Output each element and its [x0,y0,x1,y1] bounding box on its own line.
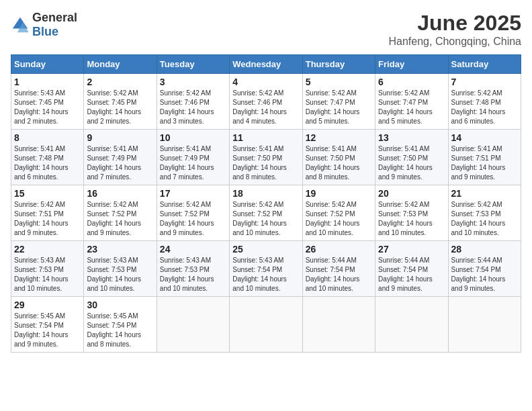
day-info: Sunrise: 5:41 AM Sunset: 7:50 PM Dayligh… [232,144,299,182]
day-number: 15 [14,188,81,199]
day-info: Sunrise: 5:42 AM Sunset: 7:52 PM Dayligh… [232,200,299,238]
title-area: June 2025 Hanfeng, Chongqing, China [389,11,521,48]
calendar-cell: 20 Sunrise: 5:42 AM Sunset: 7:53 PM Dayl… [375,185,448,241]
logo-blue: Blue [32,25,58,38]
calendar-cell: 25 Sunrise: 5:43 AM Sunset: 7:54 PM Dayl… [230,241,302,297]
day-number: 29 [14,300,81,310]
day-info: Sunrise: 5:43 AM Sunset: 7:54 PM Dayligh… [232,256,299,293]
day-info: Sunrise: 5:42 AM Sunset: 7:52 PM Dayligh… [160,200,226,238]
day-info: Sunrise: 5:41 AM Sunset: 7:49 PM Dayligh… [87,144,153,182]
calendar-cell: 23 Sunrise: 5:43 AM Sunset: 7:53 PM Dayl… [84,241,157,297]
day-number: 9 [87,132,153,143]
calendar-cell: 16 Sunrise: 5:42 AM Sunset: 7:52 PM Dayl… [84,185,157,241]
day-info: Sunrise: 5:41 AM Sunset: 7:51 PM Dayligh… [451,144,518,182]
calendar-cell: 2 Sunrise: 5:42 AM Sunset: 7:45 PM Dayli… [84,74,157,130]
day-number: 3 [160,77,226,87]
calendar-cell: 15 Sunrise: 5:42 AM Sunset: 7:51 PM Dayl… [11,185,84,241]
weekday-header-sunday: Sunday [11,55,84,74]
day-info: Sunrise: 5:42 AM Sunset: 7:46 PM Dayligh… [232,89,299,126]
day-info: Sunrise: 5:41 AM Sunset: 7:49 PM Dayligh… [160,144,226,182]
day-info: Sunrise: 5:42 AM Sunset: 7:47 PM Dayligh… [306,89,372,126]
calendar-cell: 26 Sunrise: 5:44 AM Sunset: 7:54 PM Dayl… [302,241,375,297]
logo: General Blue [11,11,77,39]
calendar-cell [157,297,229,353]
day-info: Sunrise: 5:41 AM Sunset: 7:48 PM Dayligh… [14,144,81,182]
day-number: 10 [160,132,226,143]
day-info: Sunrise: 5:43 AM Sunset: 7:53 PM Dayligh… [87,256,153,293]
day-number: 30 [87,300,153,310]
calendar-row-3: 15 Sunrise: 5:42 AM Sunset: 7:51 PM Dayl… [11,185,521,241]
weekday-header-monday: Monday [84,55,157,74]
day-number: 8 [14,132,81,143]
location: Hanfeng, Chongqing, China [389,36,521,48]
day-info: Sunrise: 5:43 AM Sunset: 7:45 PM Dayligh… [14,89,81,126]
day-number: 17 [160,188,226,199]
calendar-cell: 13 Sunrise: 5:41 AM Sunset: 7:50 PM Dayl… [375,130,448,185]
day-info: Sunrise: 5:42 AM Sunset: 7:53 PM Dayligh… [451,200,518,238]
day-info: Sunrise: 5:42 AM Sunset: 7:53 PM Dayligh… [378,200,445,238]
day-number: 13 [378,132,445,143]
calendar-cell: 17 Sunrise: 5:42 AM Sunset: 7:52 PM Dayl… [157,185,229,241]
calendar-table: SundayMondayTuesdayWednesdayThursdayFrid… [11,54,521,353]
calendar-cell [448,297,521,353]
day-info: Sunrise: 5:43 AM Sunset: 7:53 PM Dayligh… [14,256,81,293]
calendar-cell: 30 Sunrise: 5:45 AM Sunset: 7:54 PM Dayl… [84,297,157,353]
day-info: Sunrise: 5:44 AM Sunset: 7:54 PM Dayligh… [451,256,518,293]
day-number: 4 [232,77,299,87]
month-year: June 2025 [389,11,521,36]
day-number: 24 [160,244,226,255]
day-number: 22 [14,244,81,255]
day-info: Sunrise: 5:42 AM Sunset: 7:46 PM Dayligh… [160,89,226,126]
calendar-cell: 6 Sunrise: 5:42 AM Sunset: 7:47 PM Dayli… [375,74,448,130]
calendar-cell: 18 Sunrise: 5:42 AM Sunset: 7:52 PM Dayl… [230,185,302,241]
day-number: 14 [451,132,518,143]
calendar-row-1: 1 Sunrise: 5:43 AM Sunset: 7:45 PM Dayli… [11,74,521,130]
day-number: 20 [378,188,445,199]
calendar-cell: 9 Sunrise: 5:41 AM Sunset: 7:49 PM Dayli… [84,130,157,185]
calendar-cell: 1 Sunrise: 5:43 AM Sunset: 7:45 PM Dayli… [11,74,84,130]
page-header: General Blue June 2025 Hanfeng, Chongqin… [11,11,521,48]
day-number: 26 [306,244,372,255]
day-number: 23 [87,244,153,255]
calendar-cell: 3 Sunrise: 5:42 AM Sunset: 7:46 PM Dayli… [157,74,229,130]
day-info: Sunrise: 5:43 AM Sunset: 7:53 PM Dayligh… [160,256,226,293]
day-number: 27 [378,244,445,255]
calendar-cell: 14 Sunrise: 5:41 AM Sunset: 7:51 PM Dayl… [448,130,521,185]
day-number: 7 [451,77,518,87]
calendar-cell [302,297,375,353]
calendar-row-2: 8 Sunrise: 5:41 AM Sunset: 7:48 PM Dayli… [11,130,521,185]
day-number: 12 [306,132,372,143]
weekday-header-tuesday: Tuesday [157,55,229,74]
day-number: 19 [306,188,372,199]
calendar-cell: 22 Sunrise: 5:43 AM Sunset: 7:53 PM Dayl… [11,241,84,297]
weekday-header-friday: Friday [375,55,448,74]
calendar-cell: 29 Sunrise: 5:45 AM Sunset: 7:54 PM Dayl… [11,297,84,353]
calendar-cell: 4 Sunrise: 5:42 AM Sunset: 7:46 PM Dayli… [230,74,302,130]
calendar-header-row: SundayMondayTuesdayWednesdayThursdayFrid… [11,55,521,74]
calendar-cell: 28 Sunrise: 5:44 AM Sunset: 7:54 PM Dayl… [448,241,521,297]
calendar-cell: 27 Sunrise: 5:44 AM Sunset: 7:54 PM Dayl… [375,241,448,297]
day-number: 11 [232,132,299,143]
calendar-cell: 12 Sunrise: 5:41 AM Sunset: 7:50 PM Dayl… [302,130,375,185]
day-number: 21 [451,188,518,199]
day-info: Sunrise: 5:42 AM Sunset: 7:47 PM Dayligh… [378,89,445,126]
day-number: 25 [232,244,299,255]
calendar-row-4: 22 Sunrise: 5:43 AM Sunset: 7:53 PM Dayl… [11,241,521,297]
calendar-cell: 24 Sunrise: 5:43 AM Sunset: 7:53 PM Dayl… [157,241,229,297]
calendar-cell: 21 Sunrise: 5:42 AM Sunset: 7:53 PM Dayl… [448,185,521,241]
calendar-cell [230,297,302,353]
calendar-cell: 11 Sunrise: 5:41 AM Sunset: 7:50 PM Dayl… [230,130,302,185]
logo-icon [11,15,30,34]
calendar-cell: 19 Sunrise: 5:42 AM Sunset: 7:52 PM Dayl… [302,185,375,241]
day-number: 6 [378,77,445,87]
day-number: 5 [306,77,372,87]
logo-general: General [32,11,77,24]
day-info: Sunrise: 5:44 AM Sunset: 7:54 PM Dayligh… [306,256,372,293]
weekday-header-saturday: Saturday [448,55,521,74]
day-number: 16 [87,188,153,199]
day-number: 1 [14,77,81,87]
day-info: Sunrise: 5:45 AM Sunset: 7:54 PM Dayligh… [87,312,153,349]
day-number: 28 [451,244,518,255]
day-number: 2 [87,77,153,87]
calendar-cell: 8 Sunrise: 5:41 AM Sunset: 7:48 PM Dayli… [11,130,84,185]
